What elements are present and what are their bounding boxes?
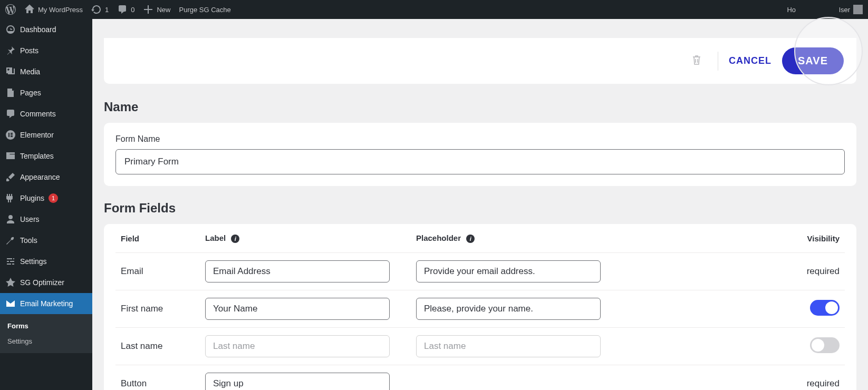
new-content-link[interactable]: New [143, 4, 170, 15]
th-placeholder: Placeholder i [411, 227, 771, 253]
sidebar-item-emailmarketing[interactable]: Email Marketing [0, 293, 92, 314]
visibility-required: required [807, 266, 840, 276]
svg-rect-3 [11, 134, 13, 135]
sidebar-item-label: Pages [20, 89, 41, 97]
sidebar-item-comments[interactable]: Comments [0, 103, 92, 124]
wordpress-icon [5, 4, 16, 15]
wrench-icon [5, 235, 16, 246]
fields-table: Field Label i Placeholder i Visibility E… [115, 227, 845, 390]
home-icon [24, 4, 35, 15]
visibility-required: required [807, 378, 840, 388]
visibility-toggle[interactable] [810, 337, 840, 353]
section-title-fields: Form Fields [104, 201, 856, 216]
sidebar-item-label: Users [20, 215, 40, 223]
media-icon [5, 66, 16, 77]
th-label: Label i [200, 227, 411, 253]
plugin-icon [5, 193, 16, 203]
updates-link[interactable]: 1 [91, 4, 109, 15]
plugins-update-badge: 1 [49, 193, 58, 203]
table-row: Email required [115, 253, 845, 290]
visibility-toggle[interactable] [810, 300, 840, 316]
info-icon[interactable]: i [466, 235, 475, 243]
label-input[interactable] [205, 298, 390, 320]
wp-logo[interactable] [5, 4, 16, 15]
main-content: CANCEL SAVE Name Form Name Form Fields F… [92, 38, 868, 390]
sidebar-item-label: Email Marketing [20, 299, 73, 308]
folder-icon [5, 151, 16, 161]
sidebar-item-label: Templates [20, 152, 54, 160]
svg-rect-2 [11, 133, 13, 134]
sidebar-subitem-settings[interactable]: Settings [0, 334, 92, 349]
sidebar-item-plugins[interactable]: Plugins 1 [0, 188, 92, 209]
sidebar-item-label: Elementor [20, 131, 54, 139]
field-name: Button [115, 365, 200, 391]
sidebar-item-settings[interactable]: Settings [0, 251, 92, 272]
comments-count: 0 [131, 6, 134, 14]
sidebar-item-appearance[interactable]: Appearance [0, 167, 92, 188]
svg-rect-1 [8, 133, 9, 137]
field-name: First name [115, 290, 200, 328]
comments-link[interactable]: 0 [117, 4, 134, 15]
user-avatar-icon [853, 5, 863, 14]
trash-icon [691, 54, 702, 67]
sidebar-item-label: Tools [20, 236, 37, 245]
new-label: New [157, 6, 170, 14]
admin-bar: My WordPress 1 0 New Purge SG Cache Ho [0, 0, 868, 19]
purge-cache-label: Purge SG Cache [179, 6, 230, 14]
howdy-user-link[interactable]: Ho lser [787, 5, 863, 14]
label-input[interactable] [205, 335, 390, 357]
sidebar-subitem-forms[interactable]: Forms [0, 318, 92, 334]
sidebar-item-media[interactable]: Media [0, 61, 92, 82]
divider [718, 52, 718, 71]
sidebar-item-label: SG Optimizer [20, 278, 64, 287]
placeholder-input[interactable] [416, 335, 601, 357]
site-name-text: My WordPress [38, 6, 83, 14]
sidebar-item-elementor[interactable]: Elementor [0, 124, 92, 145]
form-name-input[interactable] [115, 149, 845, 174]
save-button[interactable]: SAVE [782, 47, 844, 74]
comments-icon [117, 4, 128, 15]
purge-cache-link[interactable]: Purge SG Cache [179, 6, 230, 14]
placeholder-input[interactable] [416, 298, 601, 320]
sidebar-item-label: Posts [20, 46, 38, 55]
sidebar-item-label: Media [20, 67, 40, 76]
table-row: Button required [115, 365, 845, 391]
sidebar-item-pages[interactable]: Pages [0, 82, 92, 103]
sidebar-item-dashboard[interactable]: Dashboard [0, 19, 92, 40]
sidebar-submenu: Forms Settings [0, 314, 92, 353]
sidebar-item-tools[interactable]: Tools [0, 230, 92, 251]
user-icon [5, 214, 16, 225]
elementor-icon [5, 130, 16, 140]
admin-sidebar: Dashboard Posts Media Pages Comments Ele… [0, 19, 92, 390]
sidebar-item-posts[interactable]: Posts [0, 40, 92, 61]
sidebar-item-users[interactable]: Users [0, 209, 92, 230]
howdy-left: Ho [787, 6, 796, 14]
form-name-label: Form Name [115, 134, 845, 144]
dashboard-icon [5, 24, 16, 35]
cancel-button[interactable]: CANCEL [729, 55, 771, 66]
rocket-icon [5, 277, 16, 288]
field-name: Last name [115, 328, 200, 365]
sliders-icon [5, 256, 16, 267]
section-title-name: Name [104, 100, 856, 114]
sidebar-item-label: Appearance [20, 173, 60, 181]
info-icon[interactable]: i [231, 235, 239, 243]
svg-rect-4 [11, 136, 13, 137]
howdy-right: lser [839, 6, 850, 14]
th-visibility: Visibility [771, 227, 845, 253]
name-card: Form Name [104, 123, 856, 186]
email-icon [5, 298, 16, 309]
sidebar-item-sgoptimizer[interactable]: SG Optimizer [0, 272, 92, 293]
update-icon [91, 4, 102, 15]
site-name-link[interactable]: My WordPress [24, 4, 83, 15]
placeholder-input[interactable] [416, 260, 601, 282]
sidebar-item-templates[interactable]: Templates [0, 145, 92, 167]
label-input[interactable] [205, 260, 390, 282]
form-action-bar: CANCEL SAVE [104, 38, 856, 84]
sidebar-item-label: Settings [20, 257, 47, 266]
plus-icon [143, 4, 153, 15]
label-input[interactable] [205, 373, 390, 390]
th-field: Field [115, 227, 200, 253]
brush-icon [5, 172, 16, 182]
delete-button[interactable] [691, 54, 702, 67]
